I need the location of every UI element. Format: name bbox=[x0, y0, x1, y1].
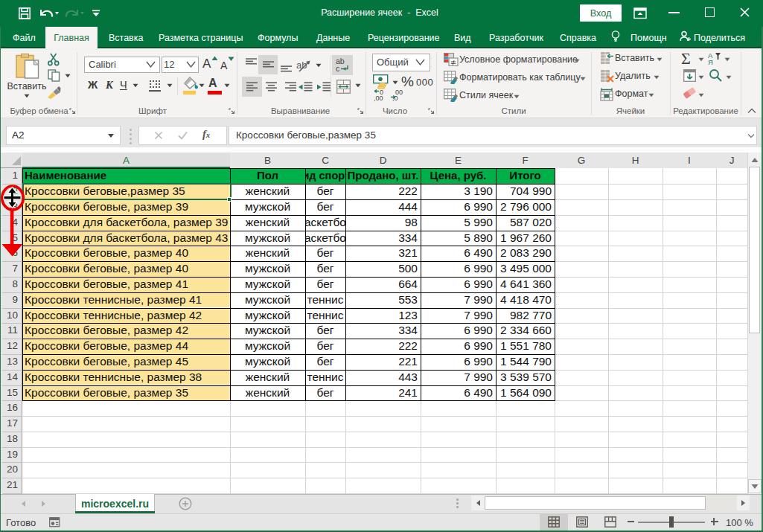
svg-text:Я: Я bbox=[708, 58, 713, 65]
svg-text:c: c bbox=[336, 64, 339, 73]
svg-text:,00: ,00 bbox=[374, 94, 383, 102]
